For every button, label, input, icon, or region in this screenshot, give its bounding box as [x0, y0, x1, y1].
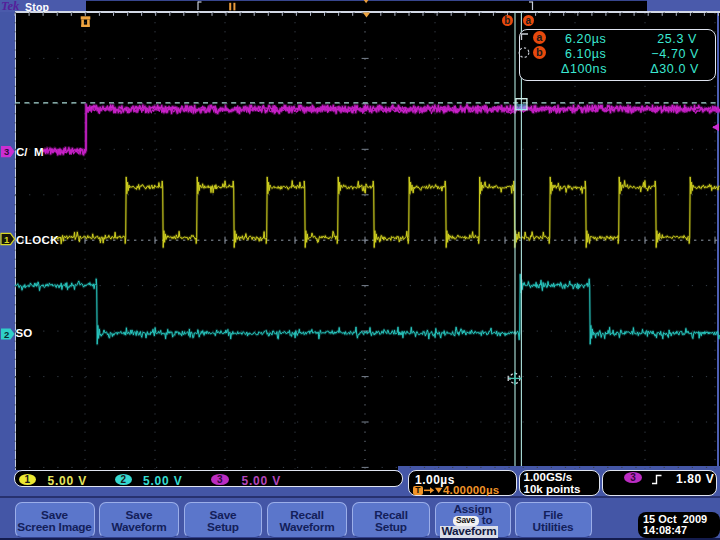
svg-text:3: 3: [4, 146, 9, 157]
svg-text:2: 2: [4, 329, 9, 340]
svg-text:1: 1: [4, 234, 10, 245]
